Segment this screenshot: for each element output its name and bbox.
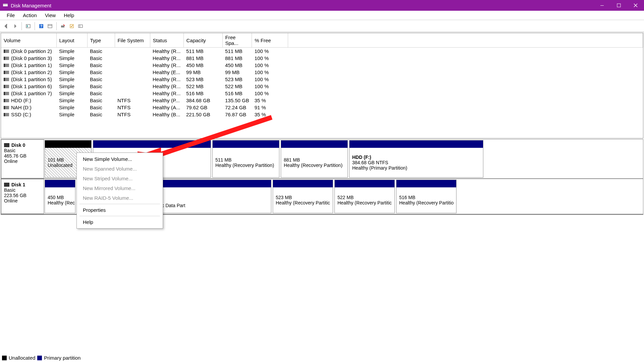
disk-0-label[interactable]: Disk 0 Basic 465.76 GB Online	[1, 139, 44, 178]
titlebar: Disk Management	[0, 0, 644, 11]
col-freespace[interactable]: Free Spa...	[222, 33, 252, 48]
partition-block[interactable]: 516 MBHealthy (Recovery Partitio	[396, 180, 457, 213]
col-spacer	[288, 33, 643, 48]
volume-table: Volume Layout Type File System Status Ca…	[1, 33, 643, 118]
col-status[interactable]: Status	[150, 33, 183, 48]
volume-icon	[4, 113, 9, 116]
volume-icon	[4, 99, 9, 102]
toolbar-btn-3[interactable]	[46, 22, 54, 30]
col-volume[interactable]: Volume	[1, 33, 56, 48]
help-icon[interactable]: ?	[38, 22, 45, 30]
context-menu: New Simple Volume... New Spanned Volume.…	[76, 153, 163, 229]
volume-icon	[4, 57, 9, 60]
legend: Unallocated Primary partition	[2, 354, 80, 362]
table-row[interactable]: (Disk 0 partition 3)SimpleBasicHealthy (…	[1, 55, 643, 62]
table-row[interactable]: (Disk 1 partition 2)SimpleBasicHealthy (…	[1, 69, 643, 76]
partition-block[interactable]: 522 MBHealthy (Recovery Partitic	[334, 180, 395, 213]
svg-rect-12	[61, 25, 64, 27]
partition-block[interactable]: 511 MBHealthy (Recovery Partition)	[212, 140, 279, 178]
volume-icon	[4, 71, 9, 74]
toolbar: ?	[0, 20, 644, 32]
disk-icon	[4, 143, 9, 147]
table-row[interactable]: (Disk 1 partition 6)SimpleBasicHealthy (…	[1, 83, 643, 90]
menubar: File Action View Help	[0, 11, 644, 20]
svg-rect-10	[48, 24, 52, 28]
ctx-new-striped-volume: New Striped Volume...	[77, 174, 163, 183]
svg-rect-7	[27, 25, 28, 27]
col-filesystem[interactable]: File System	[115, 33, 150, 48]
partition-block[interactable]: 523 MBHealthy (Recovery Partitic	[273, 180, 333, 213]
app-icon	[3, 2, 8, 9]
table-row[interactable]: SSD (C:)SimpleBasicNTFSHealthy (B...221.…	[1, 111, 643, 118]
partition-block[interactable]: HDD (F:)384.68 GB NTFSHealthy (Primary P…	[349, 140, 483, 178]
volume-icon	[4, 85, 9, 88]
minimize-button[interactable]	[594, 0, 610, 11]
legend-swatch-unallocated	[2, 356, 7, 360]
table-row[interactable]: (Disk 1 partition 7)SimpleBasicHealthy (…	[1, 90, 643, 97]
table-row[interactable]: NAH (D:)SimpleBasicNTFSHealthy (A...79.6…	[1, 104, 643, 111]
back-button[interactable]	[3, 22, 10, 30]
svg-rect-14	[78, 25, 83, 27]
close-button[interactable]	[627, 0, 644, 11]
menu-view[interactable]: View	[41, 11, 60, 19]
ctx-new-simple-volume[interactable]: New Simple Volume...	[77, 154, 163, 164]
col-layout[interactable]: Layout	[56, 33, 87, 48]
menu-help[interactable]: Help	[60, 11, 78, 19]
ctx-new-raid5-volume: New RAID-5 Volume...	[77, 193, 163, 203]
svg-rect-6	[26, 24, 30, 28]
volume-icon	[4, 92, 9, 95]
col-pctfree[interactable]: % Free	[252, 33, 288, 48]
maximize-button[interactable]	[610, 0, 627, 11]
legend-swatch-primary	[37, 356, 42, 360]
toolbar-btn-1[interactable]	[24, 22, 32, 30]
svg-rect-1	[3, 4, 8, 5]
col-capacity[interactable]: Capacity	[183, 33, 222, 48]
toolbar-btn-5[interactable]	[68, 22, 75, 30]
toolbar-btn-6[interactable]	[77, 22, 84, 30]
table-row[interactable]: (Disk 0 partition 2)SimpleBasicHealthy (…	[1, 48, 643, 55]
table-row[interactable]: (Disk 1 partition 5)SimpleBasicHealthy (…	[1, 76, 643, 83]
volume-icon	[4, 106, 9, 109]
volume-icon	[4, 64, 9, 67]
volume-icon	[4, 50, 9, 53]
svg-text:?: ?	[40, 24, 43, 28]
table-row[interactable]: HDD (F:)SimpleBasicNTFSHealthy (P...384.…	[1, 97, 643, 104]
volume-icon	[4, 78, 9, 81]
window-title: Disk Management	[11, 3, 51, 8]
table-row[interactable]: (Disk 1 partition 1)SimpleBasicHealthy (…	[1, 62, 643, 69]
disk-1-label[interactable]: Disk 1 Basic 223.56 GB Online	[1, 179, 44, 214]
ctx-new-spanned-volume: New Spanned Volume...	[77, 164, 163, 174]
svg-rect-2	[600, 5, 604, 6]
menu-file[interactable]: File	[3, 11, 19, 19]
col-type[interactable]: Type	[87, 33, 115, 48]
forward-button[interactable]	[11, 22, 19, 30]
volume-list-panel: Volume Layout Type File System Status Ca…	[1, 33, 643, 138]
ctx-new-mirrored-volume: New Mirrored Volume...	[77, 183, 163, 193]
disk-icon	[4, 183, 9, 187]
ctx-help[interactable]: Help	[77, 217, 163, 227]
toolbar-btn-4[interactable]	[59, 22, 67, 30]
menu-action[interactable]: Action	[19, 11, 41, 19]
svg-rect-3	[617, 4, 621, 7]
partition-block[interactable]: 450 MBHealthy (Rec	[45, 180, 75, 213]
partition-block[interactable]: 881 MBHealthy (Recovery Partition)	[281, 140, 348, 178]
ctx-properties[interactable]: Properties	[77, 205, 163, 215]
